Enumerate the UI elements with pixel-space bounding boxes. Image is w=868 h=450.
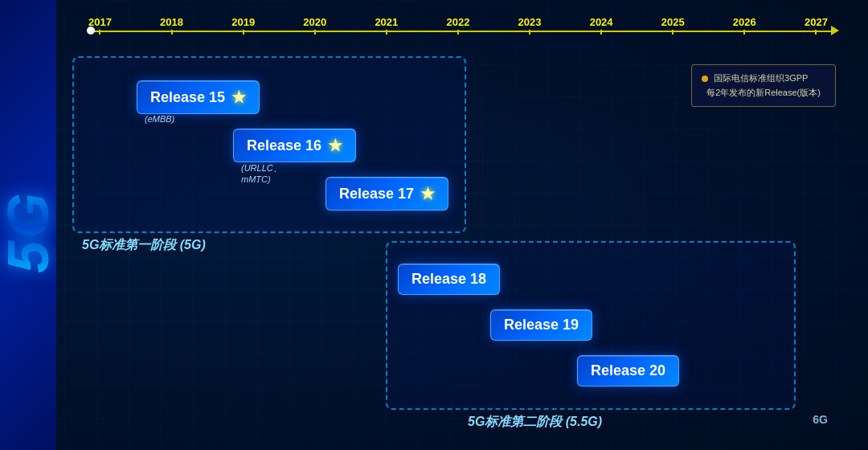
content-area: 5G标准第一阶段 (5G) 5G标准第二阶段 (5.5G) Release 15…	[72, 56, 844, 434]
year-2025: 2025	[661, 16, 685, 28]
year-2026: 2026	[733, 16, 756, 28]
release-17-star: ★	[420, 184, 435, 203]
left-vertical-bar: 5G行业标准	[0, 0, 56, 450]
label-6g: 6G	[813, 413, 828, 426]
release-20-box: Release 20	[577, 355, 679, 387]
timeline-labels: 2017 2018 2019 2020 2021 2022 2023 2024 …	[88, 16, 828, 28]
timeline-line	[88, 31, 836, 32]
note-box: 国际电信标准组织3GPP 每2年发布的新Release(版本)	[691, 64, 836, 107]
release-15-label: Release 15	[150, 89, 225, 106]
release-16-sublabel: (URLLC、mMTC)	[241, 162, 282, 184]
year-2021: 2021	[375, 16, 398, 28]
release-16-box: Release 16 ★	[233, 129, 356, 162]
release-19-label: Release 19	[504, 317, 579, 333]
note-dot	[702, 76, 708, 82]
release-18-box: Release 18	[398, 264, 500, 295]
year-2017: 2017	[88, 16, 112, 28]
release-15-sublabel: (eMBB)	[145, 114, 174, 124]
release-17-label: Release 17	[339, 186, 414, 202]
release-18-label: Release 18	[411, 271, 486, 288]
vertical-title: 5G行业标准	[0, 177, 56, 273]
timeline-arrow	[831, 26, 839, 35]
year-2018: 2018	[160, 16, 183, 28]
release-16-star: ★	[328, 136, 342, 155]
year-2023: 2023	[518, 16, 542, 28]
year-2022: 2022	[446, 16, 469, 28]
release-20-label: Release 20	[591, 362, 665, 379]
release-17-box: Release 17 ★	[326, 177, 448, 211]
year-2027: 2027	[805, 16, 828, 28]
timeline: 2017 2018 2019 2020 2021 2022 2023 2024 …	[72, 16, 844, 48]
release-19-box: Release 19	[490, 309, 592, 341]
note-line1: 国际电信标准组织3GPP	[714, 73, 808, 83]
phase-1-label: 5G标准第一阶段 (5G)	[82, 237, 206, 254]
year-2020: 2020	[303, 16, 326, 28]
year-2019: 2019	[231, 16, 255, 28]
note-line2: 每2年发布的新Release(版本)	[706, 88, 821, 97]
phase-2-label: 5G标准第二阶段 (5.5G)	[468, 414, 602, 431]
release-15-star: ★	[231, 88, 246, 107]
release-16-label: Release 16	[247, 137, 321, 154]
main-content: 2017 2018 2019 2020 2021 2022 2023 2024 …	[56, 0, 868, 450]
year-2024: 2024	[590, 16, 613, 28]
release-15-box: Release 15 ★	[137, 80, 260, 114]
